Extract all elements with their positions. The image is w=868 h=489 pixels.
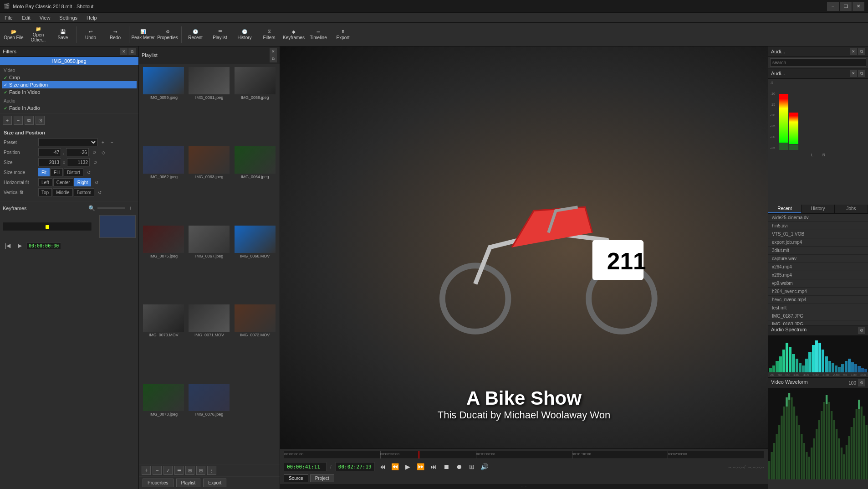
tab-jobs[interactable]: Jobs [835,205,868,213]
keyframes-button[interactable]: ◆ Keyframes [282,24,306,46]
list-item[interactable]: IMG_0073.jpeg [142,384,185,461]
project-tab[interactable]: Project [310,474,334,482]
menu-help[interactable]: Help [82,14,102,21]
size-reset-button[interactable]: ↺ [92,159,99,166]
v-fit-middle[interactable]: Middle [53,188,72,196]
grid-view-button[interactable]: ⊞ [467,462,477,472]
list-item[interactable]: IMG_0183.JPG [768,320,868,325]
vu-close-button[interactable]: ✕ [850,70,857,77]
list-item[interactable]: VTS_01_1.VOB [768,230,868,238]
preset-add-button[interactable]: + [99,139,107,146]
list-item[interactable]: hin5.avi [768,222,868,230]
list-item[interactable]: IMG_0187.JPG [768,312,868,320]
save-button[interactable]: 💾 Save [51,24,75,46]
list-item[interactable]: x265.mp4 [768,271,868,279]
list-item[interactable]: h264_nvenc.mp4 [768,288,868,296]
step-forward-button[interactable]: ⏩ [416,462,426,472]
playlist-list-view-btn[interactable]: ☰ [174,466,184,475]
size-mode-distort[interactable]: Distort [64,168,83,176]
list-item[interactable]: IMG_0061.jpeg [187,67,231,144]
kf-zoom-in[interactable]: + [126,203,136,213]
right-float-button[interactable]: ⧉ [858,48,865,55]
filter-add-button[interactable]: + [3,116,12,125]
tab-history[interactable]: History [802,205,835,213]
list-item[interactable]: wide25-cinema.dv [768,214,868,222]
filter-fade-in-video[interactable]: ✓ Fade In Video [2,88,137,96]
preview-timeline-ruler[interactable]: 00:00:00:00 00:00:30:00 00:01:00:00 00:0… [284,451,764,459]
menu-view[interactable]: View [35,14,55,21]
menu-settings[interactable]: Settings [55,14,82,21]
menu-file[interactable]: File [0,14,17,21]
position-reset-button[interactable]: ↺ [91,149,98,156]
list-item[interactable]: capture.wav [768,255,868,263]
close-button[interactable]: ✕ [853,2,864,11]
kf-prev[interactable]: |◀ [3,241,13,251]
export-button[interactable]: ⬆ Export [331,24,355,46]
right-close-button[interactable]: ✕ [850,48,857,55]
list-item[interactable]: export job.mp4 [768,238,868,247]
list-item[interactable]: IMG_0075.jpeg [142,226,185,303]
v-fit-reset[interactable]: ↺ [96,189,103,196]
list-item[interactable]: IMG_0063.jpeg [187,146,231,224]
list-item[interactable]: IMG_0066.MOV [233,226,277,303]
h-fit-left[interactable]: Left [38,178,52,186]
skip-to-start-button[interactable]: ⏮ [378,462,388,472]
playlist-remove-btn[interactable]: − [153,466,162,475]
open-file-button[interactable]: 📂 Open File [2,24,26,46]
playlist-view-btn3[interactable]: ⊟ [196,466,205,475]
list-item[interactable]: vp9.webm [768,279,868,288]
playlist-button[interactable]: ☰ Playlist [208,24,232,46]
minimize-button[interactable]: − [827,2,839,11]
menu-edit[interactable]: Edit [17,14,35,21]
filter-size-position[interactable]: ✓ Size and Position [2,81,137,88]
playlist-add-btn[interactable]: + [142,466,151,475]
list-item[interactable]: IMG_0064.jpeg [233,146,277,224]
skip-to-end-button[interactable]: ⏭ [429,462,439,472]
undo-button[interactable]: ↩ Undo [79,24,102,46]
h-fit-center[interactable]: Center [53,178,73,186]
source-tab[interactable]: Source [284,474,308,482]
v-fit-bottom[interactable]: Bottom [74,188,95,196]
peak-meter-button[interactable]: 📊 Peak Meter [131,24,155,46]
filters-close-button[interactable]: ✕ [120,48,128,55]
vu-float-button[interactable]: ⧉ [858,70,865,77]
size-w-input[interactable] [38,158,61,166]
kf-play[interactable]: ▶ [15,241,25,251]
playlist-grid-view-btn[interactable]: ⊞ [185,466,194,475]
timeline-button[interactable]: ═ Timeline [306,24,330,46]
list-item[interactable]: test.mlt [768,304,868,312]
filter-crop[interactable]: ✓ Crop [2,74,137,81]
spectrum-settings-button[interactable]: ⚙ [858,327,865,334]
v-fit-top[interactable]: Top [38,188,52,196]
list-item[interactable]: IMG_0076.jpeg [187,384,231,461]
playlist-view-btn4[interactable]: ⋮ [207,466,216,475]
filters-button[interactable]: ⧖ Filters [257,24,281,46]
playlist-playlist-btn[interactable]: Playlist [176,479,201,487]
playlist-confirm-btn[interactable]: ✓ [163,466,173,475]
list-item[interactable]: IMG_0071.MOV [187,304,231,382]
list-item[interactable]: IMG_0070.MOV [142,304,185,382]
list-item[interactable]: IMG_0067.jpeg [187,226,231,303]
play-button[interactable]: ▶ [403,462,413,472]
kf-zoom-out[interactable]: 🔍 [87,203,97,213]
open-other-button[interactable]: 📁 Open Other... [26,24,50,46]
list-item[interactable]: x264.mp4 [768,263,868,271]
maximize-button[interactable]: ❑ [840,2,852,11]
list-item[interactable]: IMG_0072.MOV [233,304,277,382]
list-item[interactable]: 3dlut.mlt [768,247,868,255]
h-fit-right[interactable]: Right [74,178,91,186]
timecode-input[interactable] [287,464,323,470]
kf-zoom-slider[interactable] [97,207,125,209]
recent-search-input[interactable] [770,58,866,67]
list-item[interactable]: IMG_0062.jpeg [142,146,185,224]
size-mode-fit[interactable]: Fit [38,168,50,176]
size-mode-reset[interactable]: ↺ [85,169,92,176]
preset-remove-button[interactable]: − [108,139,116,146]
filter-remove-button[interactable]: − [14,116,23,125]
waveform-settings[interactable]: ⚙ [858,379,865,386]
stop-button[interactable]: ⏹ [441,462,451,472]
audio-button[interactable]: 🔊 [480,462,490,472]
filter-copy-button[interactable]: ⧉ [25,116,34,125]
preset-select[interactable] [38,138,97,146]
position-x-input[interactable] [38,148,61,156]
